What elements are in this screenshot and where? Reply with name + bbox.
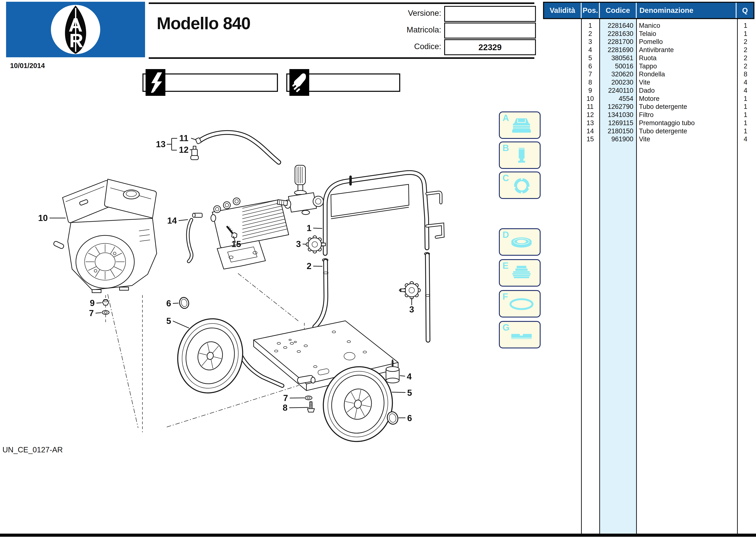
pump-drawing [211, 165, 324, 269]
document-code: UN_CE_0127-AR [2, 445, 63, 454]
catalog-page: A R 10/01/2014 Modello 840 Versione: Mat… [0, 0, 756, 539]
callout-6b: 6 [407, 413, 412, 423]
assembly-line [108, 294, 138, 428]
page-title: Modello 840 [157, 14, 250, 33]
parts-table-body: 12281640Manico1 22281630Telaio1 32281700… [543, 22, 754, 143]
callout-5b: 5 [407, 388, 412, 398]
table-row: 111262790Tubo detergente1 [543, 103, 754, 111]
table-row: 650016Tappo2 [543, 62, 754, 70]
versione-label: Versione: [372, 6, 441, 20]
table-row: 32281700Pomello2 [543, 38, 754, 46]
oil-seal-icon [505, 231, 538, 254]
callout-2: 2 [307, 261, 312, 271]
ar-logo-icon: A R [6, 2, 145, 57]
kit-box-c: C [499, 172, 541, 199]
table-row: 92240110Dado4 [543, 86, 754, 95]
table-row: 5380561Ruota2 [543, 54, 754, 62]
washer-drawing [102, 311, 109, 314]
callout-7: 7 [89, 308, 94, 318]
plunger-icon [505, 144, 538, 167]
table-row: 12281640Manico1 [543, 22, 754, 30]
callout-1: 1 [307, 223, 312, 233]
callout-4: 4 [407, 372, 412, 381]
versione-field[interactable] [444, 6, 536, 22]
col-codice: Codice [600, 3, 637, 18]
title-rule-bottom [149, 57, 534, 59]
table-row: 142180150Tubo detergente1 [543, 127, 754, 135]
kit-box-a: A [499, 112, 541, 139]
hub-cap-drawing [178, 296, 190, 310]
callout-8: 8 [283, 403, 288, 413]
matricola-label: Matricola: [372, 23, 441, 37]
bolt-drawing [308, 402, 315, 412]
title-rule-top [149, 2, 534, 4]
callout-14: 14 [167, 216, 177, 225]
callout-12: 12 [179, 145, 189, 155]
knob-drawing [306, 236, 326, 253]
callout-3: 3 [296, 239, 301, 249]
kit-box-d: D [499, 228, 541, 256]
table-row: 22281630Telaio1 [543, 30, 754, 38]
engine-drawing [53, 179, 157, 293]
kit-box-e: E [499, 259, 541, 287]
filter-drawing [191, 146, 198, 160]
col-q: Q [736, 3, 753, 18]
kit-box-b: B [499, 141, 541, 169]
o-ring-icon [505, 293, 538, 316]
col-validita: Validità [544, 3, 582, 18]
key-bar-icon [505, 324, 538, 346]
revision-date: 10/01/2014 [10, 62, 45, 70]
electric-plug-icon [289, 69, 309, 96]
callout-6: 6 [166, 299, 171, 308]
codice-field[interactable]: 22329 [444, 39, 536, 55]
lightning-icon [145, 69, 165, 96]
pump-valve-cap-icon [505, 114, 538, 137]
table-row: 104554Motore1 [543, 95, 754, 103]
stepped-adapter-icon [505, 262, 538, 285]
knob-drawing [399, 281, 421, 299]
callout-10: 10 [38, 213, 48, 223]
nut-drawing [103, 300, 109, 305]
table-row: 7320620Rondella8 [543, 70, 754, 78]
table-row: 42281690Antivibrante2 [543, 46, 754, 54]
callout-15: 15 [232, 239, 241, 249]
flange-gasket-icon [505, 174, 538, 197]
kit-box-g: G [499, 321, 541, 348]
table-row: 8200230Vite4 [543, 78, 754, 86]
callout-13: 13 [156, 139, 165, 149]
matricola-field[interactable] [444, 23, 536, 38]
washer-drawing [305, 396, 312, 400]
kit-box-f: F [499, 290, 541, 318]
table-row: 15961900Vite4 [543, 135, 754, 143]
exploded-view-diagram: 10 13 11 12 14 15 9 7 6 5 1 3 2 [10, 97, 497, 443]
table-row: 121341030Filtro1 [543, 111, 754, 119]
detergent-hose-drawing [199, 132, 279, 162]
callout-3b: 3 [409, 305, 414, 314]
callout-9: 9 [90, 298, 95, 308]
col-denominazione: Denominazione [637, 3, 736, 18]
codice-label: Codice: [372, 39, 441, 53]
callout-5: 5 [166, 316, 171, 326]
callout-7b: 7 [283, 393, 288, 403]
table-header: Validità Pos. Codice Denominazione Q [543, 2, 754, 19]
table-row: 131269115Premontaggio tubo1 [543, 119, 754, 127]
ar-logo: A R [6, 2, 145, 57]
bottom-bar [0, 534, 756, 537]
callout-11: 11 [179, 133, 188, 143]
col-pos: Pos. [582, 3, 600, 18]
handle-frame-drawing [315, 173, 443, 340]
